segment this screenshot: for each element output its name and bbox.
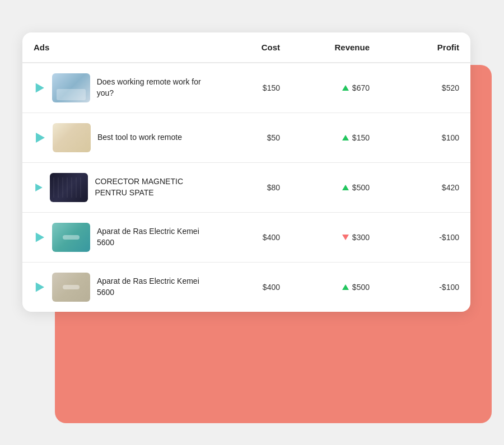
arrow-down-icon — [342, 235, 349, 240]
cost-cell-5: $400 — [224, 262, 291, 312]
profit-cell-4: -$100 — [381, 212, 470, 262]
play-icon — [34, 281, 45, 293]
profit-cell-3: $420 — [381, 162, 470, 212]
ad-name-3: CORECTOR MAGNETIC PENTRU SPATE — [95, 176, 213, 198]
header-ads: Ads — [22, 32, 224, 63]
profit-cell-2: $100 — [381, 113, 470, 162]
revenue-cell-1: $670 — [291, 63, 381, 113]
revenue-value-5: $500 — [352, 283, 370, 292]
ad-name-1: Does working remote work for you? — [97, 77, 213, 99]
table-row: CORECTOR MAGNETIC PENTRU SPATE$80$500$42… — [22, 162, 470, 212]
ads-cell-2: Best tool to work remote — [22, 113, 224, 162]
profit-cell-5: -$100 — [381, 262, 470, 312]
ads-cell-3: CORECTOR MAGNETIC PENTRU SPATE — [22, 162, 224, 212]
arrow-up-icon — [342, 284, 349, 290]
play-icon — [34, 181, 43, 194]
cost-cell-2: $50 — [224, 113, 291, 162]
ad-name-4: Aparat de Ras Electric Kemei 5600 — [97, 226, 213, 248]
ad-name-2: Best tool to work remote — [97, 132, 182, 143]
revenue-cell-2: $150 — [291, 113, 381, 162]
ad-thumbnail-1 — [52, 73, 90, 102]
ad-thumbnail-3 — [50, 173, 88, 202]
ad-thumbnail-2 — [53, 123, 91, 152]
arrow-up-icon — [342, 85, 349, 91]
revenue-value-4: $300 — [352, 233, 370, 242]
revenue-cell-5: $500 — [291, 262, 381, 312]
ads-table: Ads Cost Revenue Profit Does working rem… — [22, 32, 470, 312]
revenue-value-2: $150 — [352, 133, 370, 142]
revenue-cell-4: $300 — [291, 212, 381, 262]
play-icon — [34, 132, 46, 144]
outer-wrapper: Ads Cost Revenue Profit Does working rem… — [22, 32, 482, 413]
profit-cell-1: $520 — [381, 63, 470, 113]
cost-cell-4: $400 — [224, 212, 291, 262]
ad-thumbnail-4 — [52, 223, 90, 252]
cost-cell-1: $150 — [224, 63, 291, 113]
table-row: Does working remote work for you?$150$67… — [22, 63, 470, 113]
header-revenue: Revenue — [291, 32, 381, 63]
header-profit: Profit — [381, 32, 470, 63]
play-icon — [34, 231, 45, 243]
play-icon — [34, 82, 45, 94]
arrow-up-icon — [342, 185, 349, 190]
table-row: Best tool to work remote$50$150$100 — [22, 113, 470, 162]
svg-marker-2 — [35, 183, 43, 191]
svg-marker-1 — [36, 133, 45, 143]
table-row: Aparat de Ras Electric Kemei 5600$400$50… — [22, 262, 470, 312]
ads-cell-5: Aparat de Ras Electric Kemei 5600 — [22, 262, 224, 312]
svg-marker-4 — [36, 282, 44, 292]
header-cost: Cost — [224, 32, 291, 63]
svg-marker-3 — [36, 232, 44, 242]
ads-cell-4: Aparat de Ras Electric Kemei 5600 — [22, 212, 224, 262]
table-row: Aparat de Ras Electric Kemei 5600$400$30… — [22, 212, 470, 262]
arrow-up-icon — [342, 135, 349, 140]
ad-name-5: Aparat de Ras Electric Kemei 5600 — [97, 276, 213, 298]
svg-marker-0 — [36, 83, 44, 92]
main-card: Ads Cost Revenue Profit Does working rem… — [22, 32, 470, 312]
table-header-row: Ads Cost Revenue Profit — [22, 32, 470, 63]
revenue-value-1: $670 — [352, 83, 370, 92]
revenue-value-3: $500 — [352, 183, 370, 192]
cost-cell-3: $80 — [224, 162, 291, 212]
ad-thumbnail-5 — [52, 273, 90, 302]
revenue-cell-3: $500 — [291, 162, 381, 212]
ads-cell-1: Does working remote work for you? — [22, 63, 224, 113]
